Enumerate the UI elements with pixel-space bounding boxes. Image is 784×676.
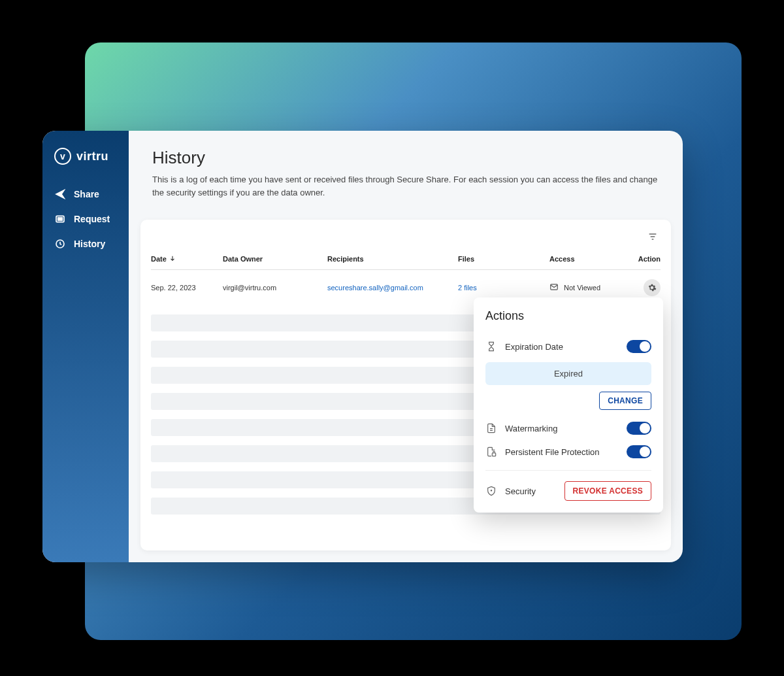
- sidebar-item-request[interactable]: Request: [42, 207, 129, 231]
- inbox-icon: [54, 213, 66, 225]
- sidebar-item-share[interactable]: Share: [42, 182, 129, 207]
- logo: v virtru: [42, 148, 129, 182]
- send-icon: [54, 188, 66, 200]
- sidebar-item-label: Share: [74, 189, 99, 199]
- table-header-row: Date Data Owner Recipients Files Access …: [151, 250, 661, 270]
- pfp-toggle[interactable]: [627, 445, 651, 458]
- svg-rect-7: [492, 453, 495, 456]
- column-header-files[interactable]: Files: [458, 255, 549, 263]
- brand-name: virtru: [76, 150, 108, 163]
- sidebar-item-history[interactable]: History: [42, 231, 129, 256]
- sidebar-item-label: History: [74, 239, 105, 249]
- row-actions-button[interactable]: [644, 279, 661, 296]
- pfp-label: Persistent File Protection: [505, 447, 619, 457]
- security-label: Security: [505, 486, 557, 496]
- logo-mark-icon: v: [54, 148, 71, 165]
- column-header-owner[interactable]: Data Owner: [223, 255, 327, 263]
- expiration-toggle[interactable]: [627, 340, 651, 353]
- sidebar-item-label: Request: [74, 214, 110, 224]
- actions-popover: Actions Expiration Date Expired CHANGE W…: [474, 297, 663, 513]
- popover-title: Actions: [485, 309, 651, 323]
- column-header-recipients[interactable]: Recipients: [327, 255, 458, 263]
- page-description: This is a log of each time you have sent…: [152, 173, 659, 199]
- pfp-row: Persistent File Protection: [485, 440, 651, 464]
- page-title: History: [152, 148, 659, 168]
- history-icon: [54, 238, 66, 250]
- hourglass-icon: [485, 341, 497, 352]
- column-header-access[interactable]: Access: [549, 255, 628, 263]
- watermarking-row: Watermarking: [485, 416, 651, 440]
- cell-date: Sep. 22, 2023: [151, 284, 223, 292]
- expiration-label: Expiration Date: [505, 342, 619, 352]
- cell-recipients[interactable]: secureshare.sally@gmail.com: [327, 284, 458, 292]
- mail-icon: [549, 282, 559, 293]
- cell-files[interactable]: 2 files: [458, 284, 549, 292]
- document-icon: [485, 422, 497, 434]
- sort-down-icon: [169, 255, 176, 263]
- change-button[interactable]: CHANGE: [599, 392, 651, 410]
- sidebar: v virtru Share Request History: [42, 131, 129, 562]
- cell-action: [628, 279, 661, 296]
- filter-button[interactable]: [645, 229, 661, 245]
- watermarking-label: Watermarking: [505, 424, 619, 433]
- cell-access: Not Viewed: [549, 282, 628, 293]
- revoke-access-button[interactable]: REVOKE ACCESS: [564, 481, 651, 501]
- column-header-date[interactable]: Date: [151, 255, 223, 263]
- watermarking-toggle[interactable]: [627, 422, 651, 435]
- page-header: History This is a log of each time you h…: [129, 131, 683, 211]
- app-window: v virtru Share Request History History T…: [42, 131, 683, 562]
- expiration-row: Expiration Date: [485, 335, 651, 358]
- security-row: Security REVOKE ACCESS: [485, 477, 651, 501]
- cell-owner: virgil@virtru.com: [223, 284, 327, 292]
- shield-icon: [485, 485, 497, 497]
- divider: [485, 470, 651, 471]
- svg-point-8: [491, 490, 491, 491]
- column-header-action: Action: [628, 255, 661, 263]
- expired-pill: Expired: [485, 362, 651, 385]
- file-lock-icon: [485, 446, 497, 458]
- svg-rect-1: [58, 218, 63, 220]
